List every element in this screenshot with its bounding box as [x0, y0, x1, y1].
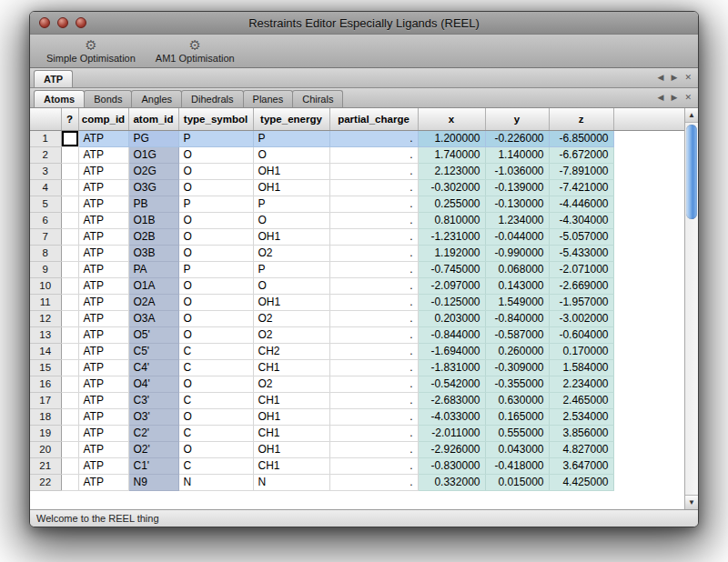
cell-atom_id[interactable]: O1G: [128, 146, 178, 163]
doc-tab-next-icon[interactable]: ▶: [672, 74, 678, 82]
cell-z[interactable]: -1.957000: [549, 294, 613, 310]
cell-y[interactable]: -0.990000: [485, 245, 549, 261]
cell-comp_id[interactable]: ATP: [78, 163, 128, 179]
cell-type_energy[interactable]: O2: [253, 376, 329, 392]
cell-y[interactable]: -0.044000: [485, 228, 549, 245]
cell-y[interactable]: -0.226000: [485, 130, 549, 146]
cell-partial_charge[interactable]: .: [329, 425, 418, 441]
cell-atom_id[interactable]: O2': [128, 441, 178, 457]
cell-partial_charge[interactable]: .: [329, 146, 418, 163]
cell-atom_id[interactable]: PG: [128, 130, 178, 146]
cell-z[interactable]: 0.170000: [549, 343, 613, 359]
cell-partial_charge[interactable]: .: [329, 261, 418, 277]
cell-type_energy[interactable]: OH1: [253, 228, 329, 245]
cell-atom_id[interactable]: C4': [128, 359, 178, 376]
question-cell[interactable]: [61, 212, 78, 228]
cell-z[interactable]: -5.057000: [549, 228, 613, 245]
cell-x[interactable]: 1.740000: [418, 146, 485, 163]
section-tab-next-icon[interactable]: ▶: [672, 94, 678, 102]
titlebar[interactable]: Restraints Editor Especially Ligands (RE…: [30, 12, 698, 35]
close-button[interactable]: [39, 17, 50, 28]
cell-y[interactable]: -0.418000: [485, 457, 549, 474]
cell-z[interactable]: -6.850000: [549, 130, 613, 146]
cell-y[interactable]: -0.139000: [485, 179, 549, 196]
col-header-comp_id[interactable]: comp_id: [78, 108, 128, 130]
question-cell[interactable]: [61, 130, 78, 146]
cell-partial_charge[interactable]: .: [329, 245, 418, 261]
cell-partial_charge[interactable]: .: [329, 392, 418, 408]
cell-atom_id[interactable]: O2B: [128, 228, 178, 245]
cell-x[interactable]: -2.011000: [418, 425, 485, 441]
row-number[interactable]: 1: [30, 130, 61, 146]
row-number[interactable]: 12: [30, 310, 61, 326]
cell-x[interactable]: 2.123000: [418, 163, 485, 179]
cell-atom_id[interactable]: O1A: [128, 277, 178, 294]
row-number[interactable]: 17: [30, 392, 61, 408]
cell-partial_charge[interactable]: .: [329, 310, 418, 326]
question-cell[interactable]: [61, 228, 78, 245]
cell-type_energy[interactable]: P: [253, 130, 329, 146]
cell-type_energy[interactable]: CH1: [253, 425, 329, 441]
col-header-x[interactable]: x: [418, 108, 485, 130]
cell-type_energy[interactable]: O2: [253, 245, 329, 261]
question-cell[interactable]: [61, 425, 78, 441]
cell-x[interactable]: 0.332000: [418, 474, 485, 490]
cell-y[interactable]: 0.555000: [485, 425, 549, 441]
cell-partial_charge[interactable]: .: [329, 163, 418, 179]
cell-x[interactable]: -0.302000: [418, 179, 485, 196]
cell-partial_charge[interactable]: .: [329, 457, 418, 474]
cell-x[interactable]: -2.926000: [418, 441, 485, 457]
cell-x[interactable]: 1.200000: [418, 130, 485, 146]
cell-x[interactable]: -0.830000: [418, 457, 485, 474]
cell-comp_id[interactable]: ATP: [78, 212, 128, 228]
cell-y[interactable]: 0.143000: [485, 277, 549, 294]
row-number[interactable]: 4: [30, 179, 61, 196]
cell-x[interactable]: -0.125000: [418, 294, 485, 310]
cell-type_symbol[interactable]: C: [178, 343, 253, 359]
cell-atom_id[interactable]: C2': [128, 425, 178, 441]
row-number[interactable]: 3: [30, 163, 61, 179]
cell-z[interactable]: -7.891000: [549, 163, 613, 179]
cell-z[interactable]: 3.856000: [549, 425, 613, 441]
scrollbar-thumb[interactable]: [686, 125, 697, 219]
cell-atom_id[interactable]: O3G: [128, 179, 178, 196]
question-cell[interactable]: [61, 163, 78, 179]
cell-z[interactable]: 2.534000: [549, 408, 613, 425]
cell-comp_id[interactable]: ATP: [78, 376, 128, 392]
cell-y[interactable]: 0.165000: [485, 408, 549, 425]
cell-type_symbol[interactable]: C: [178, 359, 253, 376]
cell-type_energy[interactable]: OH1: [253, 294, 329, 310]
col-header-y[interactable]: y: [485, 108, 549, 130]
col-header-partial_charge[interactable]: partial_charge: [329, 108, 418, 130]
cell-type_symbol[interactable]: P: [178, 196, 253, 212]
cell-atom_id[interactable]: PB: [128, 196, 178, 212]
cell-z[interactable]: 2.234000: [549, 376, 613, 392]
cell-z[interactable]: -2.071000: [549, 261, 613, 277]
cell-type_symbol[interactable]: O: [178, 277, 253, 294]
minimize-button[interactable]: [57, 17, 68, 28]
cell-comp_id[interactable]: ATP: [78, 245, 128, 261]
doc-tab-prev-icon[interactable]: ◀: [658, 74, 664, 82]
row-number[interactable]: 11: [30, 294, 61, 310]
cell-z[interactable]: -5.433000: [549, 245, 613, 261]
cell-x[interactable]: -1.231000: [418, 228, 485, 245]
cell-y[interactable]: -0.840000: [485, 310, 549, 326]
cell-comp_id[interactable]: ATP: [78, 310, 128, 326]
cell-type_energy[interactable]: O: [253, 146, 329, 163]
cell-atom_id[interactable]: PA: [128, 261, 178, 277]
cell-partial_charge[interactable]: .: [329, 228, 418, 245]
cell-comp_id[interactable]: ATP: [78, 392, 128, 408]
cell-comp_id[interactable]: ATP: [78, 441, 128, 457]
cell-type_symbol[interactable]: P: [178, 130, 253, 146]
cell-type_symbol[interactable]: O: [178, 294, 253, 310]
row-number[interactable]: 7: [30, 228, 61, 245]
cell-partial_charge[interactable]: .: [329, 179, 418, 196]
cell-x[interactable]: -4.033000: [418, 408, 485, 425]
cell-partial_charge[interactable]: .: [329, 343, 418, 359]
section-tab-close-icon[interactable]: ✕: [684, 94, 692, 102]
cell-x[interactable]: 1.192000: [418, 245, 485, 261]
row-number[interactable]: 2: [30, 146, 61, 163]
cell-type_energy[interactable]: OH1: [253, 441, 329, 457]
cell-x[interactable]: -1.694000: [418, 343, 485, 359]
cell-z[interactable]: -6.672000: [549, 146, 613, 163]
